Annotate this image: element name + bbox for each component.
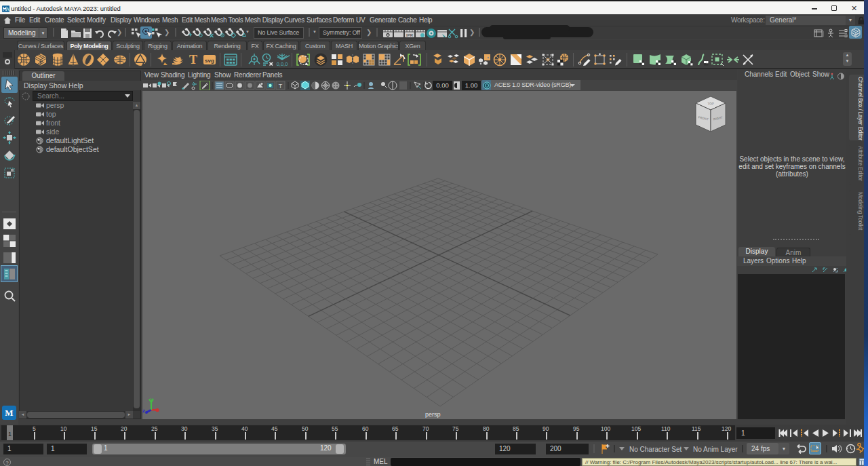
svg-text:T: T — [279, 83, 283, 90]
svg-text:TOP: TOP — [707, 102, 713, 105]
svg-text:IPR: IPR — [406, 33, 414, 37]
svg-text:0,0,0: 0,0,0 — [277, 61, 288, 67]
svg-text:y: y — [151, 396, 153, 402]
svg-text:T: T — [189, 53, 197, 66]
svg-text:z: z — [142, 408, 145, 414]
svg-text:svg: svg — [205, 58, 214, 64]
